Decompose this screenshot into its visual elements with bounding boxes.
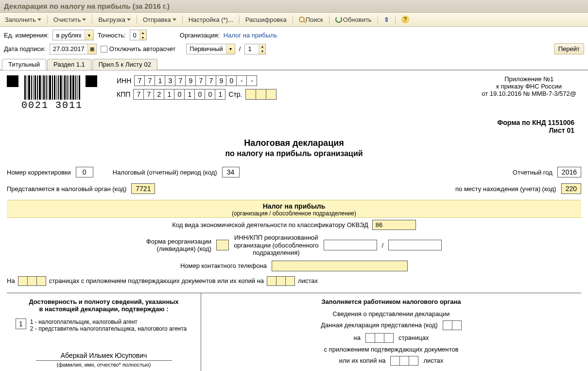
settings-button[interactable]: Настройка (*)...	[187, 15, 235, 24]
separator	[182, 15, 183, 24]
refresh-button[interactable]: Обновить	[333, 15, 374, 24]
help-icon: ?	[401, 16, 409, 23]
chevron-down-icon[interactable]: ▾	[226, 44, 235, 54]
separator	[378, 15, 378, 24]
unit-label: Ед. измерения:	[4, 32, 49, 39]
pages-label: страницах	[398, 334, 429, 341]
barcode-block: 0021 3011	[7, 75, 97, 111]
tabs: Титульный Раздел 1.1 Прил.5 к Листу 02	[0, 58, 588, 70]
precision-select[interactable]: 0	[130, 30, 147, 40]
tab-section-1-1[interactable]: Раздел 1.1	[47, 59, 91, 70]
help-button[interactable]: ?	[399, 15, 411, 24]
kind-select[interactable]: Первичный ▾	[186, 44, 235, 54]
refresh-icon	[335, 16, 342, 23]
decode-button[interactable]: Расшифровка	[243, 15, 289, 24]
pages-text: страницах с приложением подтверждающих д…	[49, 277, 264, 284]
presented-code	[443, 320, 462, 330]
clear-button[interactable]: Очистить	[52, 15, 88, 24]
send-button[interactable]: Отправка	[141, 15, 178, 24]
params-panel: Ед. измерения: в рублях ▾ Точность: 0 Ор…	[0, 27, 588, 58]
right-sheets	[390, 356, 418, 366]
fio-caption: (фамилия, имя, отчество* полностью)	[16, 362, 192, 368]
separator	[137, 15, 137, 24]
correction-label: Номер корректировки	[7, 169, 71, 176]
disable-calc-checkbox[interactable]: Отключить авторасчет	[101, 45, 176, 53]
sheets-label: листах	[423, 357, 443, 364]
declaration-subtitle: по налогу на прибыль организаций	[7, 149, 581, 158]
year-label: Отчетный год	[513, 169, 553, 176]
kpp-label: КПП	[117, 90, 130, 98]
kpp-boxes[interactable]: 772101001	[133, 89, 225, 100]
correction-value[interactable]: 0	[76, 167, 93, 177]
sign-date-label: Дата подписи:	[4, 45, 46, 53]
fill-button[interactable]: Заполнить	[3, 15, 43, 24]
window-title: Декларация по налогу на прибыль (за 2016…	[0, 0, 588, 13]
reorg-label: Форма реорганизации (ликвидация) (код)	[146, 238, 211, 253]
spinner-icon[interactable]	[139, 30, 146, 40]
barcode-icon	[24, 75, 80, 100]
chevron-down-icon[interactable]: ▾	[85, 30, 93, 40]
num-input[interactable]: 1	[244, 44, 266, 54]
organ-value[interactable]: 7721	[131, 183, 155, 194]
toolbar: Заполнить Очистить Выгрузка Отправка Нас…	[0, 13, 588, 27]
separator	[92, 15, 92, 24]
tab-appendix-5[interactable]: Прил.5 к Листу 02	[92, 59, 157, 70]
precision-label: Точность:	[98, 32, 126, 39]
reorg-kpp-input[interactable]	[388, 240, 442, 250]
separator	[329, 15, 329, 24]
search-button[interactable]: Поиск	[297, 15, 325, 24]
sheets-label: листах	[298, 277, 318, 284]
filled-by-info: Сведения о представлении декларации	[210, 310, 572, 318]
page-boxes	[245, 89, 277, 100]
cert-options: 1 - налогоплательщик, налоговый агент 2 …	[30, 318, 187, 332]
reorg-code[interactable]	[216, 240, 229, 250]
updown-button[interactable]: ⇕	[382, 15, 391, 24]
reorg-inn-input[interactable]	[324, 240, 377, 250]
separator	[293, 15, 293, 24]
spinner-icon[interactable]	[259, 44, 265, 54]
tab-title[interactable]: Титульный	[2, 59, 46, 70]
copies-label: или их копий на	[339, 357, 386, 364]
okved-label: Код вида экономической деятельности по к…	[172, 221, 368, 229]
slash: /	[382, 242, 384, 249]
form-code: Форма по КНД 1151006 Лист 01	[7, 119, 574, 134]
presented-label: Данная декларация представлена (код)	[321, 321, 437, 329]
pages-count[interactable]	[18, 276, 46, 286]
sign-date-input[interactable]: 27.03.2017 ▦	[50, 44, 97, 54]
inn-label: ИНН	[117, 77, 131, 85]
right-pages	[365, 333, 394, 343]
period-label: Налоговый (отчетный) период (код)	[113, 169, 217, 176]
on-label: на	[354, 334, 361, 341]
goto-button[interactable]: Перейт	[554, 43, 584, 54]
place-label: по месту нахождения (учета) (код)	[455, 185, 556, 193]
cert-code[interactable]: 1	[16, 318, 26, 329]
section-band: Налог на прибыль (организация / обособле…	[7, 200, 581, 218]
phone-label: Номер контактного телефона	[180, 262, 267, 269]
inn-boxes[interactable]: 7713797790--	[134, 75, 257, 86]
on-label: На	[7, 277, 15, 284]
okved-value[interactable]: 86	[372, 220, 416, 230]
updown-icon: ⇕	[384, 16, 389, 23]
separator	[47, 15, 48, 24]
place-value[interactable]: 220	[561, 183, 581, 194]
appendix-info: Приложение №1 к приказу ФНС России от 19…	[482, 75, 576, 97]
cert-title: Достоверность и полноту сведений, указан…	[16, 298, 192, 313]
separator	[239, 15, 240, 24]
page-label: Стр.	[228, 90, 242, 98]
fio-value[interactable]: Аберкай Ильмек Юсупович	[36, 352, 172, 361]
page-content: 0021 3011 ИНН 7713797790-- КПП 772101001…	[0, 70, 588, 371]
phone-input[interactable]	[272, 261, 408, 271]
unit-select[interactable]: в рублях ▾	[52, 30, 93, 40]
period-value[interactable]: 34	[222, 167, 240, 177]
reorg-innkpp-label: ИНН/КПП реорганизованной организации (об…	[234, 234, 318, 257]
barcode-text: 0021 3011	[21, 100, 83, 111]
year-value[interactable]: 2016	[557, 167, 581, 177]
slash: /	[239, 45, 241, 53]
upload-button[interactable]: Выгрузка	[96, 15, 133, 24]
organ-label: Представляется в налоговый орган (код)	[7, 185, 126, 193]
org-label: Организация:	[180, 32, 220, 39]
calendar-icon[interactable]: ▦	[87, 44, 96, 54]
search-icon	[299, 17, 305, 22]
sheets-count[interactable]	[267, 276, 295, 286]
org-link[interactable]: Налог на прибыль	[224, 32, 277, 39]
